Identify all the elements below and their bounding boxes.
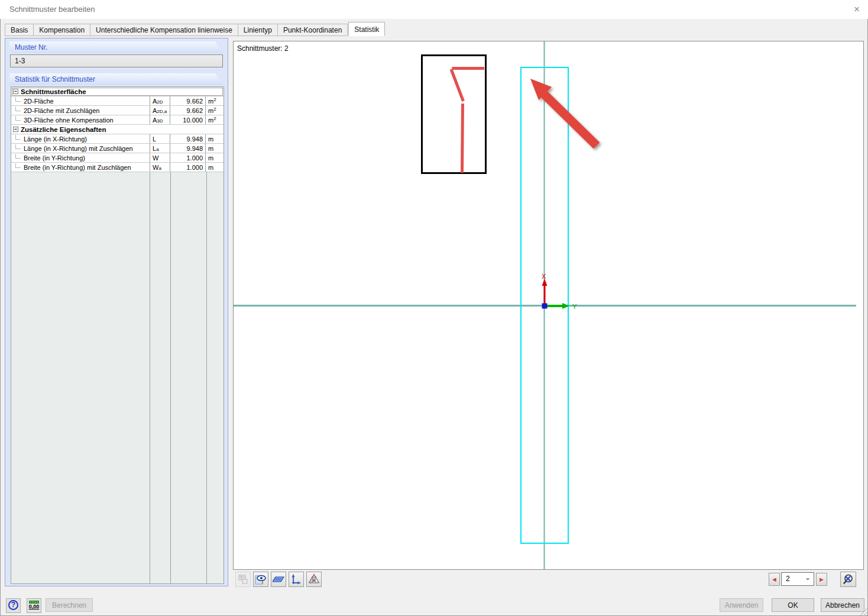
anwenden-button[interactable]: Anwenden	[720, 598, 763, 612]
help-button[interactable]: ?	[6, 598, 21, 613]
row-symbol-sub: 3D	[157, 118, 163, 124]
row-unit: m	[208, 107, 213, 114]
pattern-drawing: X Y	[234, 41, 863, 569]
sidebar-panel: Muster Nr. Statistik für Schnittmuster −…	[5, 38, 228, 586]
axes-icon	[290, 573, 302, 585]
zoom-fit-button[interactable]	[840, 572, 856, 587]
row-value: 1.000	[170, 163, 205, 172]
muster-nr-header: Muster Nr.	[9, 41, 224, 53]
origin-marker-icon	[542, 304, 548, 309]
row-unit-sup: 2	[213, 97, 216, 102]
axis-y-label: Y	[572, 303, 577, 310]
column-divider	[170, 172, 171, 583]
row-unit: m	[208, 136, 213, 143]
row-name: 2D-Fläche mit Zuschlägen	[24, 107, 99, 114]
row-unit-sup: 2	[213, 116, 216, 121]
row-value: 9.662	[170, 96, 205, 105]
surface-icon	[273, 573, 284, 585]
row-symbol: A	[153, 117, 157, 124]
row-symbol: L	[153, 136, 156, 143]
row-unit: m	[208, 145, 213, 152]
close-icon[interactable]: ×	[849, 2, 864, 17]
axis-x-label: X	[542, 273, 546, 280]
title-bar: Schnittmuster bearbeiten ×	[0, 0, 868, 19]
annotation-arrow-icon	[530, 79, 597, 146]
row-name: Breite (in Y-Richtung)	[24, 154, 85, 162]
table-group-row: − Zusätzliche Eigenschaften	[11, 125, 224, 134]
column-divider	[206, 172, 207, 583]
tab-basis[interactable]: Basis	[5, 24, 34, 36]
statistik-table: − Schnittmusterfläche 2D-Fläche A2D 9.66…	[11, 86, 224, 584]
previous-pattern-button[interactable]: ◄	[769, 573, 780, 586]
tab-statistik[interactable]: Statistik	[348, 22, 385, 36]
row-value: 9.948	[170, 134, 205, 143]
row-unit-sup: 2	[213, 107, 216, 112]
table-row: Breite (in Y-Richtung) W 1.000 m	[11, 153, 224, 163]
pattern-viewport[interactable]: Schnittmuster: 2 X Y	[233, 41, 864, 570]
table-row: Breite (in Y-Richtung) mit Zuschlägen Wa…	[11, 163, 224, 172]
row-value: 1.000	[170, 153, 205, 162]
tree-connector-icon	[15, 144, 21, 149]
table-row: Länge (in X-Richtung) mit Zuschlägen La …	[11, 144, 224, 153]
row-unit: m	[208, 154, 213, 162]
zoom-fit-icon	[843, 573, 854, 585]
row-value: 9.662	[170, 106, 205, 115]
show-surface-button[interactable]	[271, 572, 286, 587]
coordinate-axes: X Y	[542, 273, 577, 310]
table-row: 3D-Fläche ohne Kompensation A3D 10.000 m…	[11, 115, 224, 125]
row-value: 10.000	[170, 115, 205, 124]
row-symbol: W	[153, 164, 158, 171]
mirror-icon	[308, 573, 320, 585]
tree-connector-icon	[15, 116, 21, 121]
viewport-label: Schnittmuster: 2	[237, 44, 289, 53]
chevron-down-icon: ⌄	[805, 573, 811, 585]
row-value: 9.948	[170, 144, 205, 153]
tree-connector-icon	[15, 135, 21, 140]
viewport-toolbar	[235, 572, 322, 587]
next-arrow-icon: ►	[818, 576, 825, 583]
next-pattern-button[interactable]: ►	[816, 573, 827, 586]
row-unit: m	[208, 164, 213, 171]
table-row: 2D-Fläche A2D 9.662 m2	[11, 96, 224, 106]
units-label: 0,00	[27, 604, 41, 609]
row-symbol-sub: 2D,a	[157, 109, 167, 114]
tree-connector-icon	[15, 107, 21, 111]
row-name: Breite (in Y-Richtung) mit Zuschlägen	[24, 164, 131, 171]
tree-connector-icon	[15, 97, 21, 102]
row-name: 2D-Fläche	[24, 98, 54, 105]
tree-connector-icon	[15, 163, 21, 168]
muster-nr-input[interactable]	[10, 54, 223, 67]
collapse-icon[interactable]: −	[13, 127, 18, 132]
row-symbol: W	[153, 154, 158, 162]
show-compensation-button[interactable]	[253, 572, 268, 587]
row-name: Länge (in X-Richtung)	[24, 136, 87, 143]
row-symbol-sub: a	[158, 166, 161, 171]
tab-unterschiedliche-kompensation[interactable]: Unterschiedliche Kompensation linienweis…	[90, 24, 238, 36]
row-name: Länge (in X-Richtung) mit Zuschlägen	[24, 145, 133, 152]
pattern-number-value: 2	[786, 575, 790, 585]
tab-punkt-koordinaten[interactable]: Punkt-Koordinaten	[278, 24, 348, 36]
mirror-pattern-button[interactable]	[306, 572, 322, 587]
eye-icon	[255, 573, 267, 585]
help-icon: ?	[8, 600, 18, 610]
export-pattern-icon	[238, 574, 248, 585]
export-pattern-button[interactable]	[235, 572, 251, 587]
pattern-seam-lines	[451, 69, 484, 173]
tab-linientyp[interactable]: Linientyp	[238, 24, 278, 36]
window-title: Schnittmuster bearbeiten	[9, 5, 95, 14]
coordinate-system-button[interactable]	[289, 572, 304, 587]
tree-connector-icon	[15, 154, 21, 159]
row-symbol-sub: a	[156, 147, 158, 152]
row-symbol-sub: 2D	[157, 99, 163, 105]
ok-button[interactable]: OK	[772, 598, 814, 612]
tab-bar: Basis Kompensation Unterschiedliche Komp…	[5, 22, 385, 36]
row-unit: m	[208, 98, 213, 105]
group-title: Schnittmusterfläche	[21, 88, 86, 95]
table-row: 2D-Fläche mit Zuschlägen A2D,a 9.662 m2	[11, 106, 224, 115]
pattern-number-select[interactable]: 2 ⌄	[781, 572, 814, 586]
units-settings-button[interactable]: 0,00	[27, 598, 41, 613]
collapse-icon[interactable]: −	[13, 89, 18, 94]
berechnen-button[interactable]: Berechnen	[46, 598, 93, 612]
abbrechen-button[interactable]: Abbrechen	[821, 598, 864, 612]
tab-kompensation[interactable]: Kompensation	[34, 24, 90, 36]
